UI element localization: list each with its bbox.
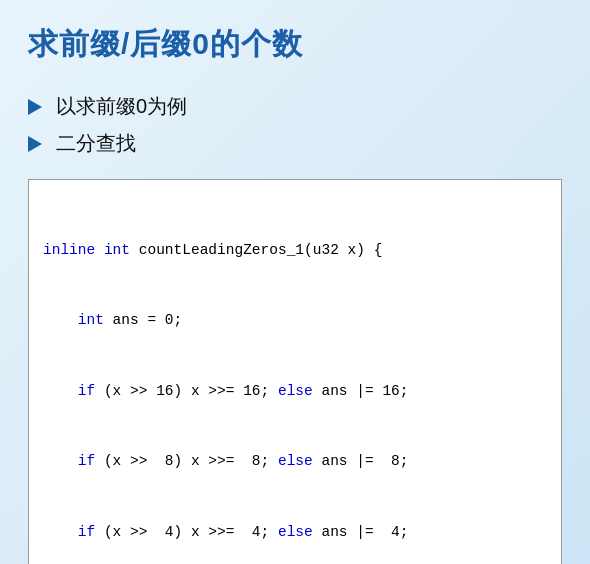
code-line-3: if (x >> 16) x >>= 16; else ans |= 16; bbox=[43, 380, 545, 403]
code-line-4: if (x >> 8) x >>= 8; else ans |= 8; bbox=[43, 450, 545, 473]
code-block-wrapper: inline int countLeadingZeros_1(u32 x) { … bbox=[28, 179, 562, 564]
bullet-text-2: 二分查找 bbox=[56, 130, 136, 157]
bullet-arrow-2 bbox=[28, 136, 42, 152]
bullet-item-1: 以求前缀0为例 bbox=[28, 93, 562, 120]
page-title: 求前缀/后缀0的个数 bbox=[28, 24, 562, 65]
bullet-text-1: 以求前缀0为例 bbox=[56, 93, 187, 120]
code-line-2: int ans = 0; bbox=[43, 309, 545, 332]
code-line-1: inline int countLeadingZeros_1(u32 x) { bbox=[43, 239, 545, 262]
bullet-arrow-1 bbox=[28, 99, 42, 115]
code-line-5: if (x >> 4) x >>= 4; else ans |= 4; bbox=[43, 521, 545, 544]
bullet-list: 以求前缀0为例 二分查找 bbox=[28, 93, 562, 157]
page-container: 求前缀/后缀0的个数 以求前缀0为例 二分查找 inline int count… bbox=[0, 0, 590, 564]
code-block: inline int countLeadingZeros_1(u32 x) { … bbox=[43, 192, 545, 564]
bullet-item-2: 二分查找 bbox=[28, 130, 562, 157]
